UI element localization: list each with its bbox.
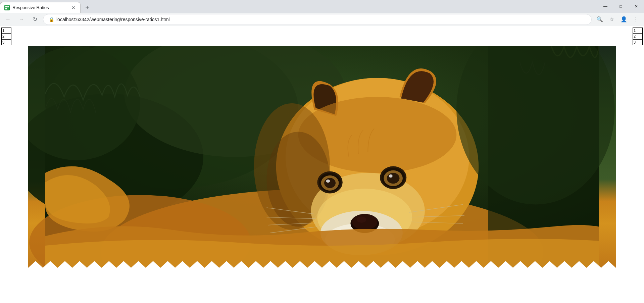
svg-point-31 xyxy=(387,173,400,184)
right-table-row: 2 xyxy=(633,34,642,39)
forward-icon: → xyxy=(19,16,24,22)
lock-icon: 🔒 xyxy=(49,17,54,22)
svg-point-22 xyxy=(357,216,366,223)
fox-canvas xyxy=(28,46,616,268)
left-table-row: 3 xyxy=(2,39,11,45)
fox-illustration xyxy=(28,46,616,268)
right-corner-table: 123 xyxy=(633,28,643,45)
address-actions: 🔍 ☆ 👤 ⋮ xyxy=(594,14,641,25)
right-table-row: 1 xyxy=(633,28,642,34)
search-button[interactable]: 🔍 xyxy=(594,14,605,25)
tab-close-button[interactable]: ✕ xyxy=(71,5,76,10)
tab-favicon xyxy=(4,5,10,10)
bookmark-icon: ☆ xyxy=(609,16,614,22)
svg-rect-3 xyxy=(5,8,7,9)
close-button[interactable]: ✕ xyxy=(629,1,644,12)
right-table-row: 3 xyxy=(633,39,642,45)
tab-label: Responsive Ratios xyxy=(12,5,68,10)
left-table-row: 2 xyxy=(2,34,11,39)
fox-image-container xyxy=(28,46,616,303)
bookmark-button[interactable]: ☆ xyxy=(606,14,617,25)
refresh-icon: ↻ xyxy=(33,16,37,22)
profile-button[interactable]: 👤 xyxy=(618,14,629,25)
svg-rect-2 xyxy=(7,6,9,7)
tab-bar: Responsive Ratios ✕ + — □ ✕ xyxy=(0,0,644,13)
svg-point-27 xyxy=(326,180,330,183)
browser-window: Responsive Ratios ✕ + — □ ✕ ← → ↻ xyxy=(0,0,644,303)
new-tab-button[interactable]: + xyxy=(82,2,93,13)
address-bar-input[interactable]: 🔒 localhost:63342/webmastering/responsiv… xyxy=(43,14,592,25)
refresh-button[interactable]: ↻ xyxy=(30,14,40,25)
svg-rect-1 xyxy=(5,6,7,7)
window-controls: — □ ✕ xyxy=(598,0,644,13)
page-content: 123 123 xyxy=(0,26,644,303)
back-icon: ← xyxy=(5,16,11,22)
address-text: localhost:63342/webmastering/responsive-… xyxy=(56,17,170,22)
forward-button[interactable]: → xyxy=(16,14,27,25)
back-button[interactable]: ← xyxy=(3,14,13,25)
menu-icon: ⋮ xyxy=(633,16,639,22)
profile-icon: 👤 xyxy=(621,16,627,22)
minimize-button[interactable]: — xyxy=(598,1,613,12)
left-corner-table: 123 xyxy=(1,28,11,45)
svg-point-32 xyxy=(389,174,392,178)
address-bar: ← → ↻ 🔒 localhost:63342/webmastering/res… xyxy=(0,13,644,26)
menu-button[interactable]: ⋮ xyxy=(631,14,641,25)
search-icon: 🔍 xyxy=(596,16,603,22)
page-inner: 123 123 xyxy=(0,26,644,303)
active-tab[interactable]: Responsive Ratios ✕ xyxy=(0,2,81,13)
maximize-button[interactable]: □ xyxy=(613,1,629,12)
left-table-row: 1 xyxy=(2,28,11,34)
svg-point-26 xyxy=(324,178,336,188)
